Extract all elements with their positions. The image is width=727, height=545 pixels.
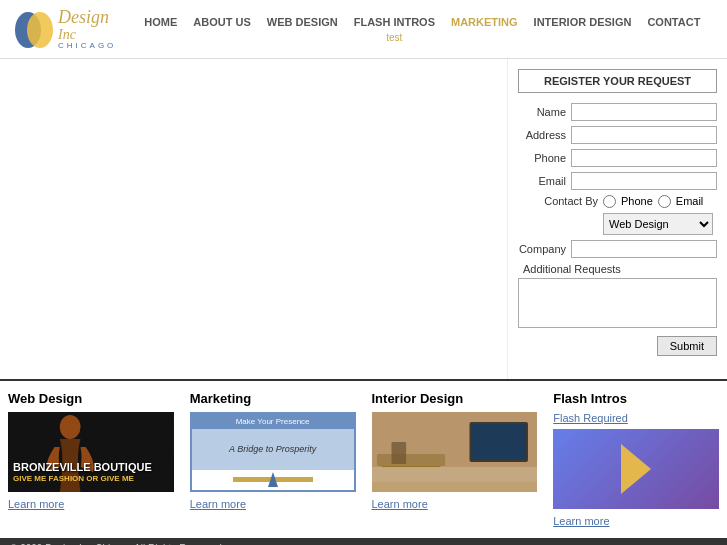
marketing-learn-more[interactable]: Learn more <box>190 498 246 510</box>
logo-area: Design Inc CHICAGO <box>15 8 116 50</box>
phone-radio[interactable] <box>603 195 616 208</box>
web-design-section: Web Design BRONZEVILLE BOUTIQUE Give Me … <box>0 391 182 528</box>
header: Design Inc CHICAGO HOME ABOUT US WEB DES… <box>0 0 727 59</box>
contact-by-label: Contact By <box>518 195 598 207</box>
phone-row: Phone <box>518 149 717 167</box>
flash-intros-section: Flash Intros Flash Required Learn more <box>545 391 727 528</box>
interior-design-section: Interior Design Learn more <box>364 391 546 528</box>
svg-point-1 <box>27 12 53 48</box>
nav-flash-sub: test <box>386 32 402 43</box>
svg-rect-12 <box>471 424 526 460</box>
phone-label: Phone <box>518 152 566 164</box>
logo-inc: Inc <box>58 28 116 42</box>
main-area: REGISTER YOUR REQUEST Name Address Phone… <box>0 59 727 379</box>
email-row: Email <box>518 172 717 190</box>
contact-radio-group: Phone Email <box>603 195 703 208</box>
boutique-text: BRONZEVILLE BOUTIQUE <box>13 461 152 474</box>
nav-flash-group: FLASH INTROS test <box>346 14 443 43</box>
nav-home[interactable]: HOME <box>136 14 185 30</box>
name-input[interactable] <box>571 103 717 121</box>
nav-marketing[interactable]: MARKETING <box>443 14 526 30</box>
name-label: Name <box>518 106 566 118</box>
svg-rect-14 <box>372 482 538 492</box>
submit-button[interactable]: Submit <box>657 336 717 356</box>
bottom-sections: Web Design BRONZEVILLE BOUTIQUE Give Me … <box>0 379 727 538</box>
page-wrapper: Design Inc CHICAGO HOME ABOUT US WEB DES… <box>0 0 727 545</box>
interior-title: Interior Design <box>372 391 538 406</box>
name-row: Name <box>518 103 717 121</box>
nav-about[interactable]: ABOUT US <box>185 14 258 30</box>
additional-requests-section: Additional Requests <box>518 263 717 331</box>
phone-radio-label: Phone <box>621 195 653 207</box>
logo-text-area: Design Inc CHICAGO <box>58 8 116 50</box>
footer: © 2009 Design Inc Chicago All Rights Res… <box>0 538 727 545</box>
flash-image <box>553 429 719 509</box>
svg-rect-10 <box>391 442 406 464</box>
service-dropdown[interactable]: Web Design Marketing Interior Design Fla… <box>603 213 713 235</box>
marketing-content-text: A Bridge to Prosperity <box>192 429 354 470</box>
web-design-overlay: BRONZEVILLE BOUTIQUE Give Me Fashion or … <box>13 461 152 484</box>
company-row: Company <box>518 240 717 258</box>
flash-required-link[interactable]: Flash Required <box>553 412 719 424</box>
flash-title: Flash Intros <box>553 391 719 406</box>
logo-icon <box>15 10 53 48</box>
svg-rect-9 <box>376 454 444 466</box>
marketing-image: Make Your Presence A Bridge to Prosperit… <box>190 412 356 492</box>
flash-learn-more[interactable]: Learn more <box>553 515 609 527</box>
company-input[interactable] <box>571 240 717 258</box>
interior-learn-more[interactable]: Learn more <box>372 498 428 510</box>
email-label: Email <box>518 175 566 187</box>
web-design-image: BRONZEVILLE BOUTIQUE Give Me Fashion or … <box>8 412 174 492</box>
nav-webdesign[interactable]: WEB DESIGN <box>259 14 346 30</box>
register-form: REGISTER YOUR REQUEST Name Address Phone… <box>507 59 727 379</box>
service-dropdown-row: Web Design Marketing Interior Design Fla… <box>603 213 717 235</box>
company-label: Company <box>518 243 566 255</box>
nav-interior[interactable]: INTERIOR DESIGN <box>526 14 640 30</box>
svg-marker-15 <box>621 444 651 494</box>
logo-design: Design <box>58 8 116 28</box>
additional-textarea[interactable] <box>518 278 717 328</box>
phone-input[interactable] <box>571 149 717 167</box>
logo-chicago: CHICAGO <box>58 42 116 50</box>
submit-row: Submit <box>518 336 717 356</box>
web-design-learn-more[interactable]: Learn more <box>8 498 64 510</box>
marketing-header-text: Make Your Presence <box>192 414 354 429</box>
marketing-title: Marketing <box>190 391 356 406</box>
boutique-tagline: Give Me Fashion or Give me <box>13 474 152 484</box>
web-design-title: Web Design <box>8 391 174 406</box>
additional-label: Additional Requests <box>523 263 717 275</box>
email-input[interactable] <box>571 172 717 190</box>
register-title: REGISTER YOUR REQUEST <box>518 69 717 93</box>
email-radio[interactable] <box>658 195 671 208</box>
marketing-section: Marketing Make Your Presence A Bridge to… <box>182 391 364 528</box>
address-label: Address <box>518 129 566 141</box>
nav-contact[interactable]: CONTACT <box>639 14 708 30</box>
navigation: HOME ABOUT US WEB DESIGN FLASH INTROS te… <box>136 14 712 43</box>
address-input[interactable] <box>571 126 717 144</box>
contact-by-row: Contact By Phone Email <box>518 195 717 208</box>
interior-image <box>372 412 538 492</box>
left-content <box>0 59 507 379</box>
email-radio-label: Email <box>676 195 704 207</box>
address-row: Address <box>518 126 717 144</box>
nav-flash[interactable]: FLASH INTROS <box>346 14 443 30</box>
